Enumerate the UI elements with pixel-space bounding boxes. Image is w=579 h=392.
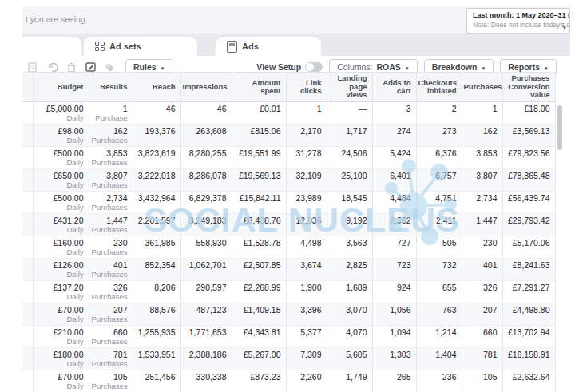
table-row[interactable]: £500.00Daily2,734Purchases3,432,9646,829… bbox=[22, 192, 555, 214]
view-setup-toggle[interactable] bbox=[305, 62, 323, 72]
table-row[interactable]: £160.00Daily230Purchases361,985558,930£1… bbox=[22, 236, 555, 259]
cell-reach: 3,823,619 bbox=[133, 147, 180, 169]
column-header[interactable]: Landing page views bbox=[327, 73, 372, 102]
cell-purchases-conversion-value: £2,632.64 bbox=[502, 370, 555, 392]
table-row[interactable]: £180.00Daily781Purchases1,533,9512,388,1… bbox=[22, 348, 555, 370]
table-row[interactable]: £70.00Daily105Purchases251,456330,338£87… bbox=[22, 370, 555, 392]
cell-adds-to-cart: 727 bbox=[372, 236, 416, 259]
column-header[interactable]: Budget bbox=[33, 73, 89, 102]
cell-stub bbox=[22, 370, 33, 392]
cell-landing-page-views: 2,825 bbox=[327, 259, 372, 281]
cell-amount-spent: £19,551.99 bbox=[232, 147, 286, 169]
cell-stub bbox=[22, 326, 33, 348]
tab-campaigns-cut[interactable] bbox=[22, 37, 81, 56]
cell-budget: £126.00Daily bbox=[33, 259, 89, 281]
date-range-selector[interactable]: Last month: 1 May 2020–31 Ma Note: Does … bbox=[466, 8, 570, 34]
cell-stub bbox=[22, 102, 33, 125]
cell-results: 3,807Purchases bbox=[89, 169, 133, 192]
cell-results: 2,734Purchases bbox=[89, 192, 133, 214]
table-row[interactable]: £70.00Daily207Purchases88,576487,123£1,4… bbox=[22, 303, 555, 326]
cell-impressions: 6,829,378 bbox=[180, 192, 232, 214]
cell-adds-to-cart: 1,056 bbox=[372, 303, 416, 326]
cell-budget: £137.20Daily bbox=[33, 281, 89, 303]
cell-adds-to-cart: 1,303 bbox=[372, 348, 416, 370]
cell-purchases: 207 bbox=[462, 303, 502, 326]
cell-link-clicks: 1 bbox=[286, 102, 327, 125]
column-header[interactable]: Results bbox=[89, 73, 133, 102]
ads-manager-window: t you are seeing. Last month: 1 May 2020… bbox=[22, 6, 570, 386]
cell-purchases: 105 bbox=[462, 370, 502, 392]
cell-amount-spent: £4,343.81 bbox=[232, 326, 286, 348]
cell-adds-to-cart: 274 bbox=[372, 125, 416, 147]
cell-stub bbox=[22, 236, 33, 259]
cell-landing-page-views: 3,070 bbox=[327, 303, 372, 326]
cell-landing-page-views: 18,545 bbox=[327, 192, 372, 214]
cell-amount-spent: £0.01 bbox=[232, 102, 286, 125]
cell-purchases: 230 bbox=[462, 236, 502, 259]
tab-ad-sets[interactable]: Ad sets bbox=[84, 37, 197, 56]
cell-landing-page-views: 3,563 bbox=[327, 236, 372, 259]
column-header[interactable]: Amount spent bbox=[232, 73, 286, 102]
column-header[interactable]: Checkouts initiated bbox=[416, 73, 462, 102]
cell-purchases: 326 bbox=[462, 281, 502, 303]
cell-budget: £431.20Daily bbox=[33, 214, 89, 236]
cell-impressions: 8,280,255 bbox=[180, 147, 232, 169]
cell-budget: £70.00Daily bbox=[33, 370, 89, 392]
table-row[interactable]: £431.20Daily1,447Purchases2,201,5973,249… bbox=[22, 214, 555, 236]
cell-landing-page-views: 1,749 bbox=[327, 370, 372, 392]
cell-amount-spent: £8,438.76 bbox=[232, 214, 286, 236]
cell-purchases: 3,853 bbox=[462, 147, 502, 169]
cell-purchases-conversion-value: £56,439.74 bbox=[502, 192, 555, 214]
cell-results: 401Purchases bbox=[89, 259, 133, 281]
cell-stub bbox=[22, 348, 33, 370]
date-range-note: Note: Does not include today's d bbox=[473, 21, 558, 29]
vertical-scrollbar[interactable] bbox=[557, 105, 562, 150]
cell-purchases-conversion-value: £13,702.94 bbox=[502, 326, 555, 348]
chevron-down-icon bbox=[544, 62, 549, 72]
cell-stub bbox=[22, 303, 33, 326]
cell-link-clicks: 5,377 bbox=[286, 326, 327, 348]
table-row[interactable]: £500.00Daily3,853Purchases3,823,6198,280… bbox=[22, 147, 555, 169]
cell-budget: £500.00Daily bbox=[33, 192, 89, 214]
tab-ads[interactable]: Ads bbox=[216, 37, 321, 56]
cell-checkouts-initiated: 6,757 bbox=[416, 169, 462, 192]
cell-impressions: 487,123 bbox=[180, 303, 232, 326]
ads-card-icon bbox=[227, 41, 237, 53]
cell-stub bbox=[22, 169, 33, 192]
cell-adds-to-cart: 3 bbox=[372, 102, 416, 125]
cell-impressions: 263,608 bbox=[180, 125, 232, 147]
chevron-down-icon bbox=[481, 62, 486, 72]
table-row[interactable]: £137.20Daily326Purchases8,206290,597£2,2… bbox=[22, 281, 555, 303]
cell-impressions: 1,771,653 bbox=[180, 326, 232, 348]
table-row[interactable]: £5,000.00Daily1Purchase4646£0.011—321£18… bbox=[22, 102, 555, 125]
column-header[interactable]: Reach bbox=[133, 73, 180, 102]
cell-adds-to-cart: 723 bbox=[372, 259, 416, 281]
tab-strip: Ad sets Ads bbox=[22, 34, 570, 56]
cell-amount-spent: £2,268.99 bbox=[232, 281, 286, 303]
cell-stub bbox=[22, 125, 33, 147]
cell-results: 162Purchases bbox=[89, 125, 133, 147]
column-header[interactable]: Impressions bbox=[180, 73, 232, 102]
breakdown-label: Breakdown bbox=[432, 62, 478, 72]
cell-purchases-conversion-value: £8,241.63 bbox=[502, 259, 555, 281]
column-header[interactable]: Purchases bbox=[462, 73, 502, 102]
table-row[interactable]: £650.00Daily3,807Purchases3,222,0188,286… bbox=[22, 169, 555, 192]
cell-checkouts-initiated: 505 bbox=[416, 236, 462, 259]
cell-link-clicks: 2,260 bbox=[286, 370, 327, 392]
cell-checkouts-initiated: 2,411 bbox=[416, 214, 462, 236]
cell-landing-page-views: 4,070 bbox=[327, 326, 372, 348]
table-row[interactable]: £210.00Daily660Purchases1,255,9351,771,6… bbox=[22, 326, 555, 348]
cell-link-clicks: 23,989 bbox=[286, 192, 327, 214]
cell-purchases-conversion-value: £4,498.80 bbox=[502, 303, 555, 326]
cell-purchases: 2,734 bbox=[462, 192, 502, 214]
cell-budget: £500.00Daily bbox=[33, 147, 89, 169]
table-row[interactable]: £126.00Daily401Purchases852,3541,062,701… bbox=[22, 259, 555, 281]
column-header[interactable]: Link clicks bbox=[286, 73, 327, 102]
metrics-table: BudgetResultsReachImpressionsAmount spen… bbox=[22, 72, 555, 392]
cell-landing-page-views: 25,100 bbox=[327, 169, 372, 192]
cell-link-clicks: 32,109 bbox=[286, 169, 327, 192]
column-header[interactable]: Adds to cart bbox=[372, 73, 416, 102]
column-header[interactable]: Purchases Conversion Value bbox=[502, 73, 555, 102]
table-row[interactable]: £98.00Daily162Purchases193,376263,608£81… bbox=[22, 125, 555, 147]
columns-value: ROAS bbox=[377, 62, 401, 72]
